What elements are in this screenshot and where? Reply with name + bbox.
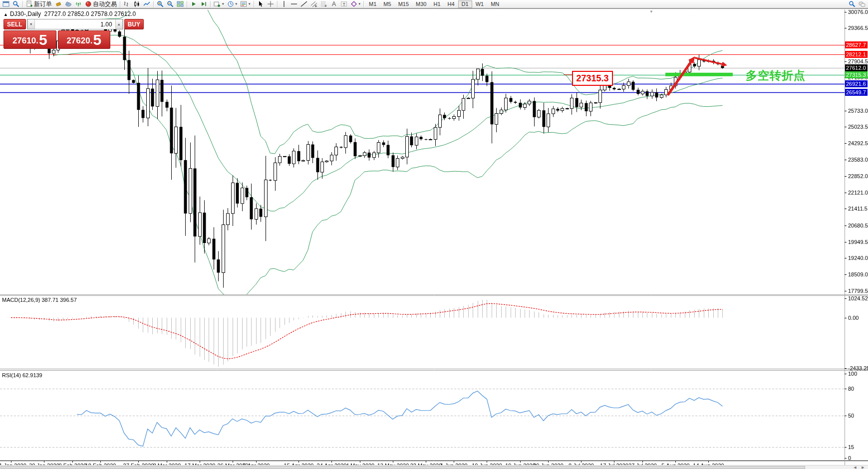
price-badge-28212.1: 28212.1	[845, 51, 868, 58]
rsi-value: 62.9139	[22, 372, 42, 378]
sell-price-button[interactable]: 27610.5	[3, 30, 56, 49]
rsi-pane-label: RSI(14) 62.9139	[2, 372, 42, 378]
one-click-trading-panel: SELL ▾ ▴ BUY 27610.5 27620.5	[3, 19, 110, 49]
chart-title: ▲DJ30-,Daily 27727.0 27852.0 27578.0 276…	[3, 10, 136, 17]
price-badge-26549.7: 26549.7	[845, 89, 868, 96]
macd-values: 387.71 396.57	[41, 297, 76, 303]
volume-input[interactable]	[35, 19, 115, 29]
mt4-window: 新订单自动交易▾▾▾EFAT▾M1M5M15M30H1H4D1W1MN ▲DJ3…	[0, 0, 868, 469]
price-badge-28627.7: 28627.7	[845, 41, 868, 48]
horizontal-scrollbar[interactable]: ◀ ▶	[0, 465, 868, 469]
collapse-panel-icon[interactable]: ▲	[3, 12, 8, 17]
buy-price: 27620.	[66, 34, 92, 47]
scroll-right-arrow[interactable]: ▶	[860, 466, 867, 469]
scrollbar-thumb[interactable]	[0, 466, 805, 469]
price-badge-26921.6: 26921.6	[845, 80, 868, 87]
support-price-label: 27315.3	[572, 71, 613, 86]
price-badge-27612.0: 27612.0	[845, 64, 868, 71]
turning-point-annotation: 多空转折点	[746, 68, 806, 83]
scroll-left-arrow[interactable]: ◀	[852, 466, 859, 469]
macd-pane-label: MACD(12,26,9) 387.71 396.57	[2, 297, 77, 303]
volume-control: ▾ ▴	[27, 19, 123, 29]
buy-price-button[interactable]: 27620.5	[58, 30, 111, 49]
chart-canvas[interactable]	[0, 0, 868, 469]
volume-decrease-button[interactable]: ▾	[27, 19, 35, 29]
sell-price: 27610.	[12, 34, 38, 47]
price-badge-27315.3: 27315.3	[845, 71, 868, 78]
chart-symbol-period: DJ30-,Daily	[10, 10, 41, 17]
chart-shift-marker: ▼	[649, 9, 653, 14]
volume-increase-button[interactable]: ▴	[115, 19, 123, 29]
chart-ohlc-values: 27727.0 27852.0 27578.0 27612.0	[44, 10, 136, 17]
sell-button[interactable]: SELL	[3, 19, 26, 29]
buy-button[interactable]: BUY	[124, 19, 144, 29]
